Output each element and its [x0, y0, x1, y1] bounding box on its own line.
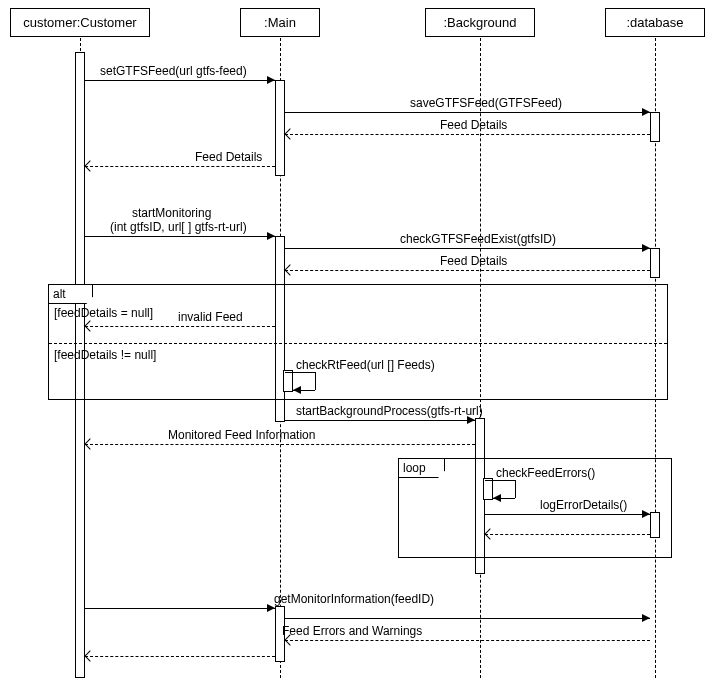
arrow-setgtfsfeed — [85, 80, 275, 81]
arrowhead-logerror — [642, 510, 650, 518]
activation-main-1 — [275, 80, 285, 176]
arrowhead-monitoredinfo — [84, 438, 95, 449]
actor-background: :Background — [425, 8, 535, 37]
fragment-alt-divider — [49, 343, 667, 344]
msg-feeddetails2-label: Feed Details — [195, 150, 262, 164]
arrow-feeddetails2 — [85, 166, 275, 167]
arrowhead-getmonitor-db — [642, 614, 650, 622]
arrowhead-feeddetails2 — [84, 160, 95, 171]
actor-customer: customer:Customer — [10, 8, 150, 37]
arrowhead-getmonitor — [267, 604, 275, 612]
msg-startmonitoring1-label: startMonitoring — [132, 206, 211, 220]
arrow-checkfeederrors-v — [515, 480, 516, 498]
arrowhead-startbg — [467, 416, 475, 424]
arrow-getmonitor — [85, 608, 275, 609]
msg-startmonitoring2-label: (int gtfsID, url[ ] gtfs-rt-url) — [110, 220, 247, 234]
arrow-getmonitor-db — [285, 618, 650, 619]
arrowhead-setgtfsfeed — [267, 76, 275, 84]
arrowhead-feederrors-cust — [84, 650, 95, 661]
msg-checkgtfsfeedexist-label: checkGTFSFeedExist(gtfsID) — [400, 232, 556, 246]
arrowhead-checkfeederrors — [493, 494, 501, 502]
arrowhead-checkgtfsfeedexist — [642, 244, 650, 252]
guard-null: [feedDetails = null] — [54, 306, 153, 320]
actor-background-label: :Background — [444, 15, 517, 30]
activation-db-2 — [650, 248, 660, 278]
sequence-diagram: customer:Customer :Main :Background :dat… — [0, 0, 722, 682]
arrowhead-startmonitoring — [267, 232, 275, 240]
msg-getmonitor-label: getMonitorInformation(feedID) — [274, 592, 434, 606]
arrow-feeddetails3 — [285, 270, 650, 271]
arrow-feederrors-cust — [85, 656, 275, 657]
fragment-alt-label: alt — [49, 285, 93, 304]
msg-logerror-label: logErrorDetails() — [540, 498, 627, 512]
arrow-logerror — [485, 514, 650, 515]
arrowhead-checkrtfeed — [293, 386, 301, 394]
arrow-logerror-ret — [485, 534, 650, 535]
fragment-loop-label: loop — [399, 459, 445, 478]
msg-checkrtfeed-label: checkRtFeed(url [] Feeds) — [296, 358, 435, 372]
arrow-checkrtfeed-v — [315, 372, 316, 390]
guard-notnull: [feedDetails != null] — [54, 348, 156, 362]
arrow-checkgtfsfeedexist — [285, 248, 650, 249]
actor-customer-label: customer:Customer — [23, 15, 136, 30]
arrow-monitoredinfo — [85, 444, 475, 445]
arrow-checkrtfeed-h1 — [285, 372, 315, 373]
arrow-invalidfeed — [85, 326, 275, 327]
actor-database-label: :database — [626, 15, 683, 30]
fragment-alt: alt — [48, 284, 668, 400]
arrowhead-feeddetails1 — [284, 128, 295, 139]
arrowhead-feeddetails3 — [284, 264, 295, 275]
arrow-startmonitoring — [85, 236, 275, 237]
msg-feeddetails3-label: Feed Details — [440, 254, 507, 268]
arrow-startbg — [285, 420, 475, 421]
arrowhead-savegtfsfeed — [642, 108, 650, 116]
actor-database: :database — [605, 8, 705, 37]
activation-db-1 — [650, 112, 660, 142]
msg-invalidfeed-label: invalid Feed — [178, 310, 243, 324]
arrow-feederrors-db — [285, 640, 650, 641]
arrow-checkfeederrors-h1 — [485, 480, 515, 481]
msg-feederrors-label: Feed Errors and Warnings — [282, 624, 422, 638]
actor-main-label: :Main — [264, 15, 296, 30]
arrow-feeddetails1 — [285, 134, 650, 135]
actor-main: :Main — [240, 8, 320, 37]
msg-startbg-label: startBackgroundProcess(gtfs-rt-url) — [296, 404, 483, 418]
msg-savegtfsfeed-label: saveGTFSFeed(GTFSFeed) — [410, 96, 562, 110]
msg-monitoredinfo-label: Monitored Feed Information — [168, 428, 315, 442]
arrow-savegtfsfeed — [285, 112, 650, 113]
msg-checkfeederrors-label: checkFeedErrors() — [496, 466, 595, 480]
msg-setgtfsfeed-label: setGTFSFeed(url gtfs-feed) — [100, 64, 247, 78]
msg-feeddetails1-label: Feed Details — [440, 118, 507, 132]
